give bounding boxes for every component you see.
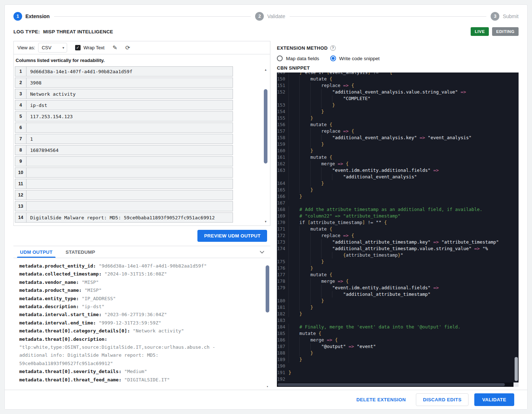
code-line: 192: [277, 376, 513, 382]
tab-statedump[interactable]: STATEDUMP: [59, 246, 102, 258]
code-line: 151 replace => {: [277, 82, 513, 89]
udm-line: metadata.product_entity_id: "9d66d38a-14…: [19, 262, 242, 270]
udm-line: metadata.threat[0].description: "tlp:whi…: [19, 335, 242, 368]
row-value[interactable]: [26, 167, 233, 178]
editing-badge: EDITING: [492, 27, 519, 36]
preview-udm-output-button[interactable]: PREVIEW UDM OUTPUT: [197, 230, 267, 242]
udm-line: metadata.vendor_name: "MISP": [19, 278, 242, 286]
view-as-select[interactable]: CSV ▾: [38, 43, 67, 53]
udm-line: metadata.threat[0].threat_feed_name: "DI…: [19, 376, 242, 384]
help-icon[interactable]: ?: [330, 45, 336, 51]
row-value[interactable]: [26, 123, 233, 133]
line-number: 163: [277, 167, 288, 174]
row-value[interactable]: 1687894564: [26, 145, 233, 155]
step-label: Extension: [25, 13, 50, 19]
output-tabs: UDM OUTPUT STATEDUMP: [13, 246, 270, 258]
code-text: } else if [event_analysis] != "" {: [288, 73, 513, 76]
line-number: 188: [277, 350, 288, 356]
scroll-down-icon[interactable]: ▾: [263, 220, 268, 223]
footer-actions: DELETE EXTENSION DISCARD EDITS VALIDATE: [5, 390, 527, 409]
line-number: 156: [277, 121, 288, 128]
row-value[interactable]: [26, 156, 233, 166]
editor-vertical-scrollbar[interactable]: [515, 357, 518, 381]
edit-icon[interactable]: ✎: [112, 45, 117, 51]
line-number: 151: [277, 82, 288, 89]
tab-udm-output[interactable]: UDM OUTPUT: [13, 246, 59, 258]
code-text: merge => {: [288, 161, 513, 167]
code-line: 153 }: [277, 102, 513, 108]
code-line: 155 }: [277, 115, 513, 121]
code-line: 164 }: [277, 180, 513, 187]
scrollbar-thumb[interactable]: [266, 265, 269, 312]
chevron-down-icon[interactable]: [259, 251, 265, 254]
udm-output-panel: metadata.product_entity_id: "9d66d38a-14…: [13, 258, 270, 390]
row-value[interactable]: 1: [26, 134, 233, 144]
row-value[interactable]: [26, 179, 233, 189]
validate-button[interactable]: VALIDATE: [474, 393, 514, 406]
table-row: 23908: [15, 78, 233, 88]
line-number: 175: [277, 258, 288, 265]
row-value[interactable]: [26, 190, 233, 200]
code-line: {attribute_timestamp}": [277, 252, 513, 258]
row-value[interactable]: 3908: [26, 78, 233, 88]
radio-map-data-fields[interactable]: Map data fields: [277, 55, 319, 61]
editor-horizontal-scrollbar[interactable]: [277, 382, 513, 387]
scroll-down-icon[interactable]: ▾: [265, 385, 270, 388]
line-number: 176: [277, 265, 288, 272]
cbn-code-editor[interactable]: 149 } else if [event_analysis] != "" {15…: [277, 73, 519, 387]
row-value[interactable]: Network activity: [26, 89, 233, 99]
udm-scrollbar[interactable]: ▾: [265, 261, 270, 388]
extension-method-header: EXTENSION METHOD ?: [277, 45, 519, 51]
refresh-icon[interactable]: ⟳: [125, 45, 130, 51]
code-line: 180 }: [277, 298, 513, 304]
discard-edits-button[interactable]: DISCARD EDITS: [416, 393, 468, 406]
log-type-label: LOG TYPE:: [13, 29, 40, 34]
row-number: 2: [15, 78, 26, 88]
code-line: 177 mutate {: [277, 272, 513, 278]
code-text: mutate {: [288, 154, 513, 161]
main-content: View as: CSV ▾ ✓ Wrap Text ✎ ⟳ Col: [5, 41, 527, 390]
stepper: 1 Extension 2 Validate 3 Submit: [5, 5, 527, 25]
row-value[interactable]: ip-dst: [26, 100, 233, 110]
row-value[interactable]: DigitalSide Malware report: MD5: 59ce0ba…: [26, 212, 233, 223]
row-number: 1: [15, 66, 26, 76]
scrollbar-thumb[interactable]: [264, 89, 267, 163]
udm-line: metadata.description: "ip-dst": [19, 303, 242, 311]
code-text: replace => {: [288, 232, 513, 239]
radio-write-code-snippet[interactable]: Write code snippet: [330, 55, 380, 61]
code-text: "additional_attribute_timestamp.value.st…: [288, 245, 513, 252]
checkbox-checked-icon: ✓: [75, 45, 81, 50]
table-row: 10: [15, 167, 233, 178]
wrap-text-toggle[interactable]: ✓ Wrap Text: [75, 45, 105, 50]
code-line: 183: [277, 317, 513, 324]
step-connector: [54, 16, 251, 17]
code-line: 161 mutate {: [277, 154, 513, 161]
row-value[interactable]: 9d66d38a-14e1-407f-a4d1-90b82aa1d59f: [26, 66, 233, 76]
code-line: 168 # Add the attribute timestamp as an …: [277, 206, 513, 213]
step-validate[interactable]: 2 Validate: [255, 12, 285, 21]
code-line: 163 "event.idm.entity.additional.fields"…: [277, 167, 513, 174]
step-extension[interactable]: 1 Extension: [13, 12, 50, 21]
row-value[interactable]: [26, 201, 233, 211]
table-scrollbar[interactable]: ▴ ▾: [263, 68, 268, 223]
line-number: [277, 174, 288, 180]
line-number: 185: [277, 330, 288, 337]
code-text: }: [288, 311, 513, 317]
delete-extension-button[interactable]: DELETE EXTENSION: [356, 397, 406, 402]
code-text: # "column22" => "attribute_timestamp": [288, 213, 513, 219]
line-number: 170: [277, 219, 288, 226]
code-text: "event.idm.entity.additional.fields" =>: [288, 285, 513, 291]
scrollbar-corner: [513, 382, 519, 387]
line-number: 150: [277, 76, 288, 82]
step-submit[interactable]: 3 Submit: [491, 12, 519, 21]
scrollbar-thumb[interactable]: [278, 383, 505, 386]
code-line: 174 "additional_attribute_timestamp.valu…: [277, 245, 513, 252]
row-value[interactable]: 117.253.154.123: [26, 111, 233, 121]
step-number: 2: [255, 12, 264, 21]
line-number: 164: [277, 180, 288, 187]
log-type-value: MISP THREAT INTELLIGENCE: [43, 29, 113, 34]
code-line: 178 merge => {: [277, 278, 513, 285]
parser-extension-card: 1 Extension 2 Validate 3 Submit LOG TYPE…: [4, 4, 528, 410]
raw-log-panel: View as: CSV ▾ ✓ Wrap Text ✎ ⟳ Col: [13, 41, 270, 226]
scroll-up-icon[interactable]: ▴: [263, 68, 268, 71]
